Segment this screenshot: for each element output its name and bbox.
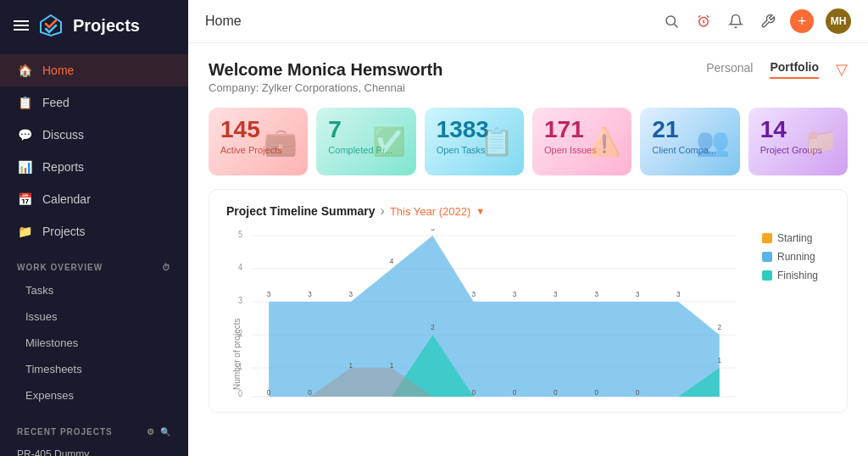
check-icon: ✅	[372, 125, 406, 158]
clock-icon: ⏱	[162, 263, 171, 272]
nav-projects-label: Projects	[42, 225, 86, 238]
home-icon: 🏠	[17, 63, 32, 78]
svg-text:4: 4	[390, 257, 394, 265]
svg-text:3: 3	[594, 290, 598, 298]
running-dot	[762, 252, 772, 262]
tab-personal[interactable]: Personal	[706, 61, 753, 78]
nav-discuss[interactable]: 💬 Discuss	[0, 119, 188, 151]
svg-text:3: 3	[267, 290, 271, 298]
calendar-icon: 📅	[17, 192, 32, 207]
add-button[interactable]: +	[790, 9, 814, 33]
y-axis-label: Number of projects	[232, 319, 242, 390]
svg-text:1: 1	[717, 356, 721, 364]
stat-active-projects[interactable]: 145 Active Projects 💼	[209, 108, 308, 175]
svg-text:2: 2	[431, 323, 435, 331]
filter-icon[interactable]: ▽	[836, 60, 848, 79]
chart-section: Project Timeline Summary › This Year (20…	[209, 189, 848, 413]
nav-calendar-label: Calendar	[42, 192, 91, 206]
work-overview-section: WORK OVERVIEW ⏱	[0, 251, 188, 277]
welcome-company: Company: Zylker Corporations, Chennai	[209, 81, 442, 94]
chart-period[interactable]: This Year (2022)	[390, 205, 470, 218]
svg-text:4: 4	[238, 263, 243, 272]
svg-text:1: 1	[349, 361, 353, 370]
tools-icon[interactable]	[758, 11, 778, 31]
svg-marker-18	[269, 236, 720, 397]
svg-text:3: 3	[676, 290, 681, 298]
svg-text:1: 1	[390, 361, 394, 370]
nav-reports[interactable]: 📊 Reports	[0, 151, 188, 183]
svg-text:0: 0	[238, 389, 242, 398]
svg-line-2	[674, 24, 677, 27]
nav-calendar[interactable]: 📅 Calendar	[0, 183, 188, 215]
legend-starting: Starting	[762, 232, 830, 244]
topbar: Home + MH	[188, 0, 868, 43]
stat-completed-projects[interactable]: 7 Completed Pr... ✅	[316, 108, 415, 175]
projects-icon: 📁	[17, 224, 32, 239]
nav-feed[interactable]: 📋 Feed	[0, 86, 188, 119]
finishing-dot	[762, 270, 772, 281]
nav-timesheets[interactable]: Timesheets	[0, 356, 188, 382]
notification-icon[interactable]	[726, 11, 746, 31]
stats-row: 145 Active Projects 💼 7 Completed Pr... …	[209, 108, 848, 175]
discuss-icon: 💬	[17, 127, 32, 142]
settings-icon[interactable]: ⚙	[147, 427, 155, 437]
svg-point-1	[666, 16, 676, 25]
sidebar-header: Projects	[0, 0, 188, 51]
starting-label: Starting	[777, 232, 812, 244]
view-tabs: Personal Portfolio ▽	[706, 60, 848, 79]
nav-tasks[interactable]: Tasks	[0, 277, 188, 303]
chart-svg: 5 4 3 2 1 0	[226, 229, 752, 398]
search-sidebar-icon[interactable]: 🔍	[160, 427, 171, 437]
content-area: Welcome Monica Hemsworth Company: Zylker…	[188, 43, 868, 456]
stat-project-groups[interactable]: 14 Project Groups 📁	[748, 108, 848, 175]
stat-open-tasks[interactable]: 1383 Open Tasks 📋	[425, 108, 524, 175]
search-icon[interactable]	[661, 11, 682, 31]
svg-text:5: 5	[431, 229, 435, 232]
starting-dot	[762, 233, 772, 243]
welcome-text: Welcome Monica Hemsworth Company: Zylker…	[209, 60, 442, 94]
chart-legend: Starting Running Finishing	[762, 229, 830, 398]
sidebar: Projects 🏠 Home 📋 Feed 💬 Discuss 📊 Repor…	[0, 0, 188, 456]
hamburger-menu[interactable]	[14, 20, 29, 31]
nav-home-label: Home	[42, 64, 74, 77]
svg-text:0: 0	[267, 388, 271, 397]
topbar-icons: + MH	[661, 8, 851, 34]
svg-text:2: 2	[717, 323, 721, 331]
logo-icon	[37, 12, 64, 39]
nav-milestones[interactable]: Milestones	[0, 330, 188, 356]
recent-project-1[interactable]: PR-405 Dummy	[0, 442, 188, 456]
company-icon: 👥	[696, 125, 730, 158]
stat-open-issues[interactable]: 171 Open Issues ⚠️	[532, 108, 632, 175]
nav-discuss-label: Discuss	[42, 128, 84, 142]
svg-line-5	[707, 15, 709, 17]
recent-projects-section: RECENT PROJECTS ⚙ 🔍	[0, 415, 188, 442]
stat-client-companies[interactable]: 21 Client Compa... 👥	[640, 108, 739, 175]
svg-text:0: 0	[471, 388, 476, 397]
tab-portfolio[interactable]: Portfolio	[770, 60, 819, 79]
svg-text:3: 3	[308, 290, 312, 298]
svg-text:0: 0	[594, 388, 598, 397]
svg-text:3: 3	[349, 290, 353, 298]
svg-text:3: 3	[471, 290, 476, 298]
chart-period-arrow-icon[interactable]: ▼	[476, 206, 485, 216]
finishing-label: Finishing	[777, 270, 818, 281]
nav-issues[interactable]: Issues	[0, 303, 188, 330]
issues-icon: ⚠️	[587, 125, 621, 158]
svg-line-4	[698, 15, 700, 17]
chart-title: Project Timeline Summary	[226, 204, 376, 218]
logo-text: Projects	[73, 16, 140, 36]
feed-icon: 📋	[17, 95, 32, 110]
main-content: Home + MH Welcome Monica Hemsworth Compa…	[188, 0, 868, 456]
svg-text:3: 3	[238, 296, 242, 305]
legend-running: Running	[762, 251, 830, 263]
tasks-icon: 📋	[480, 125, 514, 158]
user-avatar[interactable]: MH	[826, 8, 851, 34]
nav-home[interactable]: 🏠 Home	[0, 54, 188, 86]
welcome-row: Welcome Monica Hemsworth Company: Zylker…	[209, 60, 848, 94]
page-title: Home	[205, 14, 661, 29]
alarm-icon[interactable]	[693, 11, 714, 31]
nav-expenses[interactable]: Expenses	[0, 382, 188, 409]
svg-text:0: 0	[513, 388, 517, 397]
nav-projects[interactable]: 📁 Projects	[0, 215, 188, 247]
chart-header: Project Timeline Summary › This Year (20…	[226, 203, 830, 219]
